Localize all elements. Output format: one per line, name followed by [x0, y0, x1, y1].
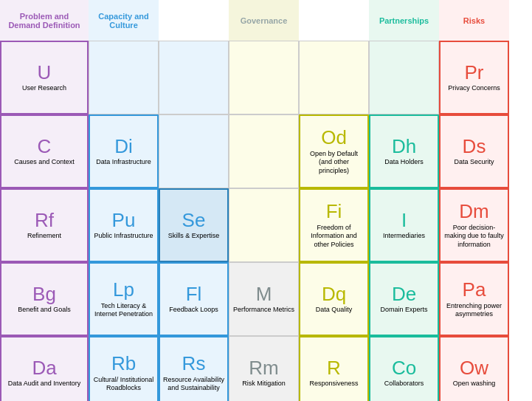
- card-symbol: Pu: [112, 210, 136, 231]
- card-4-1: RbCultural/ Institutional Roadblocks: [89, 336, 159, 401]
- card-label: Risk Mitigation: [242, 380, 286, 388]
- card-symbol: Co: [392, 357, 416, 379]
- card-0-1: [89, 41, 159, 114]
- card-3-5: DeDomain Experts: [369, 262, 439, 336]
- main-grid: Problem and Demand DefinitionCapacity an…: [0, 0, 532, 401]
- card-label: Privacy Concerns: [448, 84, 500, 93]
- card-2-2: SeSkills & Expertise: [159, 188, 229, 262]
- card-2-1: PuPublic Infrastructure: [89, 188, 159, 262]
- card-label: Data Audit and Inventory: [8, 380, 81, 388]
- card-label: Skills & Expertise: [168, 232, 220, 241]
- card-symbol: Lp: [113, 279, 134, 301]
- card-2-6: DmPoor decision-making due to faulty inf…: [439, 188, 509, 262]
- card-label: Open by Default (and other principles): [303, 150, 365, 176]
- card-symbol: Di: [114, 136, 133, 157]
- card-symbol: Dm: [459, 201, 488, 222]
- card-symbol: Fl: [186, 284, 202, 305]
- header-partnerships: Partnerships: [369, 0, 439, 41]
- card-0-4: [299, 41, 369, 114]
- header-problem: Problem and Demand Definition: [0, 0, 89, 41]
- card-0-3: [229, 41, 299, 114]
- card-4-2: RsResource Availability and Sustainabili…: [159, 336, 229, 401]
- card-symbol: I: [401, 210, 407, 231]
- card-label: Data Holders: [384, 158, 424, 167]
- header-risks: Risks: [439, 0, 509, 41]
- card-0-0: UUser Research: [0, 41, 89, 114]
- card-symbol: Ow: [460, 357, 488, 379]
- card-0-5: [369, 41, 439, 114]
- card-symbol: Pr: [465, 62, 484, 83]
- card-0-2: [159, 41, 229, 114]
- card-label: Data Quality: [316, 306, 353, 315]
- card-3-1: LpTech Literacy & Internet Penetration: [89, 262, 159, 336]
- card-label: Data Infrastructure: [96, 158, 151, 167]
- card-label: Poor decision-making due to faulty infor…: [443, 224, 505, 250]
- header-col3: [159, 0, 229, 41]
- card-label: Performance Metrics: [233, 306, 294, 315]
- card-symbol: Dq: [322, 284, 346, 305]
- card-symbol: Dh: [392, 136, 416, 157]
- header-capacity: Capacity and Culture: [89, 0, 159, 41]
- card-symbol: Rs: [182, 353, 206, 374]
- card-symbol: Fi: [326, 201, 342, 222]
- card-0-6: PrPrivacy Concerns: [439, 41, 509, 114]
- card-4-3: RmRisk Mitigation: [229, 336, 299, 401]
- card-3-6: PaEntrenching power asymmetries: [439, 262, 509, 336]
- header-governance: Governance: [229, 0, 299, 41]
- card-3-0: BgBenefit and Goals: [0, 262, 89, 336]
- card-4-4: RResponsiveness: [299, 336, 369, 401]
- card-symbol: U: [38, 62, 52, 83]
- header-col5: [299, 0, 369, 41]
- card-3-4: DqData Quality: [299, 262, 369, 336]
- card-symbol: Se: [182, 210, 206, 231]
- card-label: User Research: [22, 84, 66, 93]
- card-label: Feedback Loops: [169, 306, 218, 315]
- card-2-5: IIntermediaries: [369, 188, 439, 262]
- card-label: Tech Literacy & Internet Penetration: [93, 302, 154, 319]
- card-1-3: [229, 114, 299, 188]
- card-label: Responsiveness: [309, 380, 358, 388]
- card-label: Data Security: [454, 158, 494, 167]
- card-label: Intermediaries: [383, 232, 425, 241]
- card-1-4: OdOpen by Default (and other principles): [299, 114, 369, 188]
- card-1-5: DhData Holders: [369, 114, 439, 188]
- card-label: Benefit and Goals: [18, 306, 71, 315]
- card-1-2: [159, 114, 229, 188]
- card-1-0: CCauses and Context: [0, 114, 89, 188]
- card-4-6: OwOpen washing: [439, 336, 509, 401]
- card-3-2: FlFeedback Loops: [159, 262, 229, 336]
- card-label: Open washing: [453, 380, 496, 388]
- card-1-1: DiData Infrastructure: [89, 114, 159, 188]
- card-symbol: C: [38, 136, 52, 157]
- card-1-6: DsData Security: [439, 114, 509, 188]
- card-symbol: Rf: [35, 210, 54, 231]
- card-symbol: Ds: [463, 136, 486, 157]
- card-label: Cultural/ Institutional Roadblocks: [93, 376, 154, 393]
- card-symbol: Bg: [32, 284, 56, 305]
- card-symbol: De: [392, 284, 416, 305]
- card-symbol: Rm: [249, 357, 278, 379]
- card-2-4: FiFreedom of Information and other Polic…: [299, 188, 369, 262]
- card-symbol: Pa: [463, 279, 486, 301]
- card-label: Domain Experts: [380, 306, 427, 315]
- card-symbol: Da: [32, 357, 56, 379]
- card-label: Refinement: [27, 232, 61, 241]
- card-2-3: [229, 188, 299, 262]
- card-label: Resource Availability and Sustainability: [163, 376, 224, 393]
- card-label: Freedom of Information and other Policie…: [303, 224, 365, 250]
- card-label: Entrenching power asymmetries: [443, 302, 505, 319]
- card-symbol: Od: [321, 127, 347, 148]
- card-label: Public Infrastructure: [94, 232, 153, 241]
- card-symbol: Rb: [111, 353, 136, 374]
- card-symbol: M: [256, 284, 272, 305]
- card-label: Collaborators: [384, 380, 424, 388]
- card-symbol: R: [327, 357, 341, 379]
- card-label: Causes and Context: [14, 158, 75, 167]
- card-2-0: RfRefinement: [0, 188, 89, 262]
- card-4-0: DaData Audit and Inventory: [0, 336, 89, 401]
- card-4-5: CoCollaborators: [369, 336, 439, 401]
- card-3-3: MPerformance Metrics: [229, 262, 299, 336]
